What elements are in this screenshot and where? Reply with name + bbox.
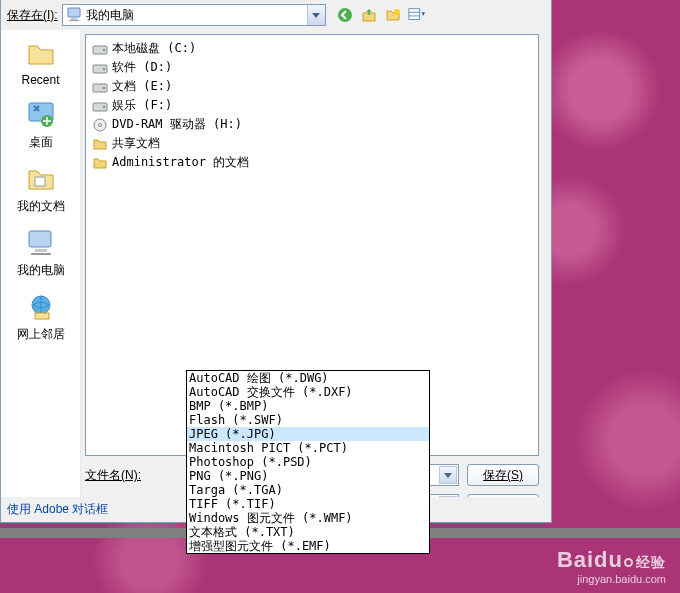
svg-rect-2 xyxy=(69,20,79,21)
filetype-option[interactable]: Macintosh PICT (*.PCT) xyxy=(187,441,429,455)
svg-rect-0 xyxy=(68,8,80,17)
dvd-icon xyxy=(92,117,108,133)
computer-icon xyxy=(66,6,82,25)
svg-point-19 xyxy=(103,67,106,70)
filename-label: 文件名(N): xyxy=(85,467,181,484)
list-item-label: 本地磁盘 (C:) xyxy=(112,40,196,57)
filetype-option[interactable]: Flash (*.SWF) xyxy=(187,413,429,427)
location-combo[interactable]: 我的电脑 xyxy=(62,4,326,26)
list-item[interactable]: 本地磁盘 (C:) xyxy=(90,39,534,58)
sidebar-item-documents[interactable]: 我的文档 xyxy=(17,163,65,215)
documents-icon xyxy=(25,163,57,195)
up-icon[interactable] xyxy=(360,6,378,24)
svg-rect-1 xyxy=(71,18,77,20)
filetype-option[interactable]: AutoCAD 交换文件 (*.DXF) xyxy=(187,385,429,399)
list-item[interactable]: Administrator 的文档 xyxy=(90,153,534,172)
svg-rect-10 xyxy=(35,177,45,186)
sidebar-item-desktop[interactable]: 桌面 xyxy=(25,99,57,151)
toolbar: 保存在(I): 我的电脑 xyxy=(1,0,551,30)
sidebar-item-label: 网上邻居 xyxy=(17,326,65,343)
computer-icon xyxy=(25,227,57,259)
list-item-label: 软件 (D:) xyxy=(112,59,172,76)
drive-icon xyxy=(92,98,108,114)
folder-icon xyxy=(92,155,108,171)
filetype-option[interactable]: AutoCAD 绘图 (*.DWG) xyxy=(187,371,429,385)
list-item-label: 共享文档 xyxy=(112,135,160,152)
svg-point-25 xyxy=(99,123,102,126)
location-text: 我的电脑 xyxy=(86,7,134,24)
sidebar-item-label: 我的电脑 xyxy=(17,262,65,279)
sidebar-item-label: Recent xyxy=(21,73,59,87)
network-icon xyxy=(25,291,57,323)
list-item-label: Administrator 的文档 xyxy=(112,154,249,171)
filetype-option[interactable]: TIFF (*.TIF) xyxy=(187,497,429,511)
folder-recent-icon xyxy=(25,38,57,70)
svg-point-4 xyxy=(394,9,400,15)
drive-icon xyxy=(92,41,108,57)
svg-point-3 xyxy=(338,8,352,22)
places-sidebar: Recent 桌面 我的文档 我的电脑 网上邻居 xyxy=(1,30,81,522)
list-item[interactable]: 共享文档 xyxy=(90,134,534,153)
filetype-option[interactable]: 增强型图元文件 (*.EMF) xyxy=(187,539,429,553)
list-item-label: 文档 (E:) xyxy=(112,78,172,95)
list-item[interactable]: 娱乐 (F:) xyxy=(90,96,534,115)
filetype-option[interactable]: Windows 图元文件 (*.WMF) xyxy=(187,511,429,525)
desktop-icon xyxy=(25,99,57,131)
filetype-option[interactable]: Targa (*.TGA) xyxy=(187,483,429,497)
svg-rect-15 xyxy=(35,313,49,319)
list-item[interactable]: DVD-RAM 驱动器 (H:) xyxy=(90,115,534,134)
back-icon[interactable] xyxy=(336,6,354,24)
watermark: Baidu经验 jingyan.baidu.com xyxy=(557,547,666,585)
sidebar-item-label: 桌面 xyxy=(29,134,53,151)
filetype-option[interactable]: Photoshop (*.PSD) xyxy=(187,455,429,469)
svg-point-17 xyxy=(103,48,106,51)
list-item-label: DVD-RAM 驱动器 (H:) xyxy=(112,116,242,133)
list-item[interactable]: 软件 (D:) xyxy=(90,58,534,77)
sidebar-item-recent[interactable]: Recent xyxy=(21,38,59,87)
svg-rect-5 xyxy=(409,9,420,20)
filetype-option[interactable]: JPEG (*.JPG) xyxy=(187,427,429,441)
svg-rect-12 xyxy=(35,249,47,252)
folder-icon xyxy=(92,136,108,152)
list-item[interactable]: 文档 (E:) xyxy=(90,77,534,96)
sidebar-item-network[interactable]: 网上邻居 xyxy=(17,291,65,343)
svg-point-21 xyxy=(103,86,106,89)
sidebar-item-computer[interactable]: 我的电脑 xyxy=(17,227,65,279)
svg-rect-11 xyxy=(29,231,51,247)
filetype-option[interactable]: PNG (*.PNG) xyxy=(187,469,429,483)
list-item-label: 娱乐 (F:) xyxy=(112,97,172,114)
svg-rect-13 xyxy=(31,253,51,255)
view-menu-icon[interactable] xyxy=(408,6,426,24)
new-folder-icon[interactable] xyxy=(384,6,402,24)
svg-point-23 xyxy=(103,105,106,108)
filetype-option[interactable]: 文本格式 (*.TXT) xyxy=(187,525,429,539)
sidebar-item-label: 我的文档 xyxy=(17,198,65,215)
filetype-dropdown[interactable]: AutoCAD 绘图 (*.DWG)AutoCAD 交换文件 (*.DXF)BM… xyxy=(186,370,430,554)
save-in-label: 保存在(I): xyxy=(7,7,58,24)
filetype-option[interactable]: BMP (*.BMP) xyxy=(187,399,429,413)
drive-icon xyxy=(92,60,108,76)
location-dropdown-button[interactable] xyxy=(307,5,325,25)
filename-dropdown-button[interactable] xyxy=(439,466,457,484)
save-button[interactable]: 保存(S) xyxy=(467,464,539,486)
drive-icon xyxy=(92,79,108,95)
